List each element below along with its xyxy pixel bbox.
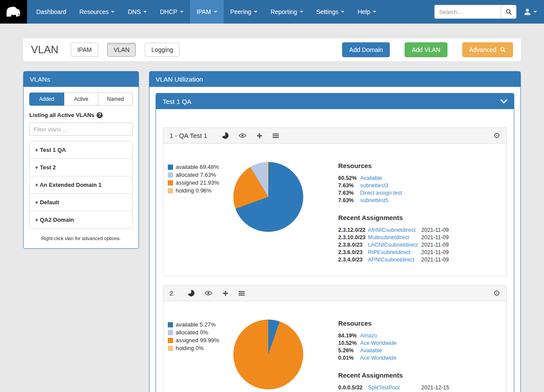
legend-swatch (168, 338, 173, 343)
search-button[interactable] (501, 5, 516, 19)
vlan-list-item[interactable]: + Test 1 QA (30, 141, 132, 159)
plus-icon[interactable] (256, 133, 263, 139)
assignment-link[interactable]: RIPEsubnetdirect (368, 249, 418, 256)
assignment-cidr: 2.3.6.0/23 (338, 249, 368, 256)
vlan-list-item[interactable]: + Test 2 (30, 159, 132, 176)
nav-item[interactable]: Dashboard (30, 0, 73, 24)
resource-link[interactable]: Available (360, 175, 382, 182)
chart-stats: Resources 60.52% Available (338, 162, 499, 264)
legend-item: holding 0% (168, 345, 233, 351)
advanced-button[interactable]: Advanced (462, 42, 513, 57)
gear-icon[interactable]: ⚙ (493, 132, 500, 140)
vlan-group-body: 1 - QA Test 1 (156, 109, 514, 392)
plus-icon[interactable] (222, 290, 229, 296)
add-vlan-label: Add VLAN (412, 46, 440, 53)
nav-item[interactable]: Help (351, 0, 383, 24)
vlan-filter-input[interactable] (29, 123, 133, 136)
legend-swatch (168, 172, 173, 178)
assignment-link[interactable]: APNICsubnetdirect (368, 256, 418, 264)
elephant-icon (4, 4, 23, 19)
search-input[interactable] (434, 5, 501, 19)
menu-icon[interactable] (273, 133, 279, 138)
pie-chart[interactable] (233, 162, 303, 232)
pie-legend: available 5.27% allocated 0% (168, 321, 233, 353)
pie-chart[interactable] (233, 320, 303, 389)
help-icon[interactable]: ? (97, 112, 103, 118)
page-header: VLAN IPAM VLAN Logging Add Domain Add VL… (23, 38, 521, 61)
assignment-link[interactable]: LACNICsubnetdirect (368, 241, 418, 249)
resource-link[interactable]: subnettest3 (360, 182, 388, 189)
chevron-down-icon (214, 11, 217, 13)
view-tab[interactable]: Logging (145, 43, 180, 57)
eye-icon[interactable] (204, 290, 212, 296)
search-icon (506, 9, 512, 15)
legend-swatch (168, 322, 173, 327)
user-menu[interactable] (523, 8, 537, 16)
resource-link[interactable]: Direct assign test (360, 189, 402, 197)
vlan-group-title: Test 1 QA (163, 98, 191, 105)
resource-percent: 5.26% (338, 347, 360, 354)
view-tab[interactable]: IPAM (71, 43, 98, 57)
view-tab[interactable]: VLAN (107, 43, 136, 57)
assignment-row: 2.3.10.0/23 Multisubnetdirect 2021-11-09 (338, 234, 499, 241)
resource-link[interactable]: Ace Worldwide (360, 354, 396, 362)
legend-item: available 69.48% (168, 164, 233, 170)
legend-item: holding 0.96% (168, 187, 233, 194)
nav-item[interactable]: Resources (73, 0, 121, 24)
legend-label: holding 0.96% (176, 187, 211, 194)
assignment-row: 2.3.4.0/23 APNICsubnetdirect 2021-11-09 (338, 256, 499, 264)
assignment-row: 0.0.0.5/32 SplitTestPool 2021-12-15 (338, 384, 499, 392)
nav-item[interactable]: Reporting (264, 0, 310, 24)
vlan-utilization-panel: VLAN Utilization Test 1 QA (149, 71, 521, 392)
resource-row: 10.52% Ace Worldwide (338, 340, 499, 347)
nav-item[interactable]: DNS (121, 0, 153, 24)
page-title: VLAN (31, 44, 59, 56)
chevron-down-icon (534, 11, 537, 13)
vlan-filter-button[interactable]: Active (64, 93, 99, 106)
resource-percent: 10.52% (338, 340, 360, 347)
nav-item[interactable]: DHCP (153, 0, 190, 24)
chart-body: available 5.27% allocated 0% (163, 301, 506, 392)
legend-swatch (168, 165, 173, 170)
global-search (434, 5, 516, 19)
legend-swatch (168, 188, 173, 193)
gear-icon[interactable]: ⚙ (493, 289, 500, 297)
assignment-link[interactable]: Multisubnetdirect (368, 234, 418, 241)
resource-row: 7.63% Direct assign test (338, 189, 499, 197)
vlan-list-item[interactable]: + An Extended Domain 1 (30, 176, 132, 194)
nav-menu: Dashboard Resources DNS DHCP IPAM (27, 0, 383, 24)
nav-item-label: Peering (230, 8, 251, 15)
vlan-list-item[interactable]: + Default (30, 194, 132, 211)
vlan-filter-button[interactable]: Named (98, 93, 133, 106)
provision-logo[interactable] (0, 0, 27, 24)
pie-chart-icon[interactable] (222, 132, 229, 139)
menu-icon[interactable] (239, 291, 245, 296)
chart-title: 2 (170, 289, 173, 297)
add-domain-button[interactable]: Add Domain (342, 42, 390, 57)
resource-link[interactable]: Amazo (360, 332, 377, 340)
navbar-right (434, 0, 544, 24)
nav-item[interactable]: IPAM (190, 0, 224, 24)
resource-link[interactable]: Ace Worldwide (360, 340, 396, 347)
nav-item-label: Settings (316, 8, 339, 15)
pie-chart-icon[interactable] (188, 290, 194, 296)
vlan-group-heading[interactable]: Test 1 QA (156, 93, 514, 109)
legend-label: available 69.48% (176, 164, 219, 170)
collapse-chevron-icon[interactable] (500, 99, 507, 104)
resource-link[interactable]: Available (360, 347, 382, 354)
legend-label: allocated 0% (176, 329, 208, 336)
assignment-link[interactable]: AfriNICsubnetdirect (368, 227, 418, 234)
add-vlan-button[interactable]: Add VLAN (405, 42, 447, 57)
legend-label: available 5.27% (176, 321, 216, 328)
resource-link[interactable]: subnettest5 (360, 197, 388, 204)
assignment-date: 2021-11-09 (421, 256, 449, 264)
vlan-group-panel: Test 1 QA 1 - QA Test 1 (156, 93, 514, 392)
assignment-link[interactable]: SplitTestPool (368, 384, 418, 392)
nav-item[interactable]: Settings (310, 0, 351, 24)
nav-item[interactable]: Peering (224, 0, 264, 24)
assignment-cidr: 0.0.0.5/32 (338, 384, 368, 392)
vlan-list-item[interactable]: + QA2 Domain (30, 211, 132, 228)
eye-icon[interactable] (239, 133, 246, 138)
assignments-section: Recent Assignments 2.3.12.0/22 AfriNICsu… (338, 214, 499, 264)
vlan-filter-button[interactable]: Added (29, 93, 64, 106)
